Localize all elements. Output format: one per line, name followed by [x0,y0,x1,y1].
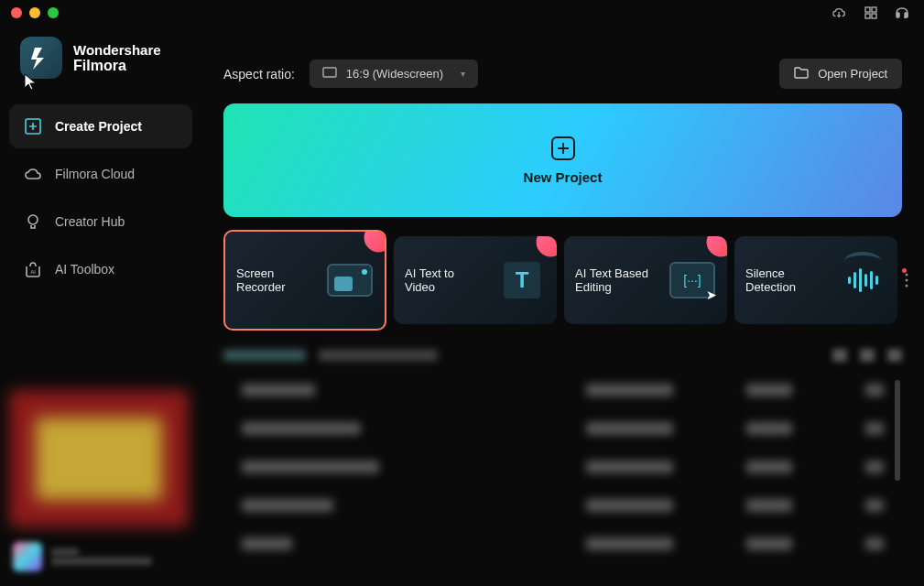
tool-cards-row: Screen Recorder AI Text to Video T AI Te… [223,230,902,331]
top-actions [832,5,909,20]
tool-label: Silence Detection [745,266,828,294]
headset-icon[interactable] [895,5,909,20]
new-project-label: New Project [524,169,603,185]
header-icon-blurred[interactable] [832,349,847,362]
projects-tabs [223,350,438,361]
nav-label: AI Toolbox [55,262,114,277]
scrollbar[interactable] [895,380,900,481]
user-name-blurred [51,548,79,556]
user-detail-blurred [51,558,152,565]
monitor-icon [322,67,337,81]
svg-point-11 [906,279,908,282]
svg-rect-9 [323,68,336,77]
content-header: Aspect ratio: 16:9 (Widescreen) ▾ [223,59,902,89]
aspect-ratio-dropdown[interactable]: 16:9 (Widescreen) ▾ [310,60,478,88]
project-date-blurred [586,461,673,473]
header-icon-blurred[interactable] [887,349,902,362]
sidebar-item-create-project[interactable]: Create Project [9,104,192,148]
tab-blurred[interactable] [223,350,306,361]
maximize-window-button[interactable] [48,7,59,18]
text-editing-icon: [···] ➤ [665,257,720,303]
projects-header [223,349,902,362]
chevron-down-icon: ▾ [461,69,465,79]
project-name-blurred [242,537,292,550]
project-row[interactable] [223,486,902,525]
nav-label: Create Project [55,119,142,134]
brand-text: Wondershare [73,42,161,58]
svg-rect-3 [872,14,876,18]
project-action-blurred [865,461,884,473]
ai-toolbox-icon: AI [24,260,42,278]
project-size-blurred [746,422,792,435]
project-name-blurred [242,499,333,512]
open-project-label: Open Project [818,67,887,81]
tool-label: Screen Recorder [236,266,319,294]
sidebar: Wondershare Filmora Create Project [0,26,201,586]
sidebar-item-filmora-cloud[interactable]: Filmora Cloud [9,152,192,196]
svg-point-10 [906,274,908,277]
promo-thumbnail[interactable] [9,390,189,527]
project-size-blurred [746,461,792,473]
close-window-button[interactable] [11,7,22,18]
titlebar [0,0,924,26]
window-controls [11,7,59,18]
tool-card-screen-recorder[interactable]: Screen Recorder [223,230,386,331]
svg-text:AI: AI [30,269,36,275]
aspect-value: 16:9 (Widescreen) [346,67,443,81]
svg-point-12 [906,285,908,288]
tool-card-ai-text-to-video[interactable]: AI Text to Video T [394,236,557,324]
tool-label: AI Text Based Editing [575,266,658,294]
avatar [13,542,42,571]
nav-label: Filmora Cloud [55,167,135,181]
project-action-blurred [865,537,884,550]
sidebar-item-ai-toolbox[interactable]: AI AI Toolbox [9,247,192,291]
project-row[interactable] [223,448,902,486]
new-project-card[interactable]: New Project [223,103,902,217]
project-row[interactable] [223,525,902,563]
nav-label: Creator Hub [55,214,125,229]
projects-list [223,371,902,568]
folder-icon [794,66,809,81]
user-account[interactable] [9,537,192,577]
tab-blurred[interactable] [319,350,438,361]
project-name-blurred [242,461,379,473]
project-date-blurred [586,537,673,550]
notification-dot [902,268,907,273]
svg-rect-5 [905,13,908,17]
project-size-blurred [746,499,792,512]
screen-recorder-icon [322,257,377,303]
bulb-icon [24,212,42,231]
filmora-logo-icon [20,37,62,79]
more-tools-button[interactable] [905,261,908,299]
aspect-ratio-label: Aspect ratio: [223,67,295,81]
project-date-blurred [586,384,673,396]
sidebar-item-creator-hub[interactable]: Creator Hub [9,200,192,244]
header-icon-blurred[interactable] [860,349,875,362]
svg-rect-4 [897,13,899,17]
minimize-window-button[interactable] [29,7,40,18]
project-name-blurred [242,422,361,435]
new-badge [707,236,727,256]
project-action-blurred [865,384,884,396]
project-date-blurred [586,422,673,435]
project-name-blurred [242,384,315,396]
project-action-blurred [865,499,884,512]
new-badge [537,236,557,256]
tool-card-ai-text-based-editing[interactable]: AI Text Based Editing [···] ➤ [564,236,727,324]
open-project-button[interactable]: Open Project [779,59,902,89]
project-date-blurred [586,499,673,512]
svg-rect-2 [865,14,870,18]
project-row[interactable] [223,409,902,448]
svg-rect-1 [872,7,876,12]
silence-detection-icon [835,257,890,303]
text-to-video-icon: T [495,257,549,303]
cloud-download-icon[interactable] [832,5,847,20]
app-name-text: Filmora [73,58,161,74]
svg-point-7 [28,215,38,224]
grid-icon[interactable] [864,5,878,20]
new-badge [364,230,386,252]
main-content: Aspect ratio: 16:9 (Widescreen) ▾ [201,26,924,586]
tool-card-silence-detection[interactable]: Silence Detection [734,236,897,324]
project-size-blurred [746,384,792,396]
project-row[interactable] [223,371,902,409]
